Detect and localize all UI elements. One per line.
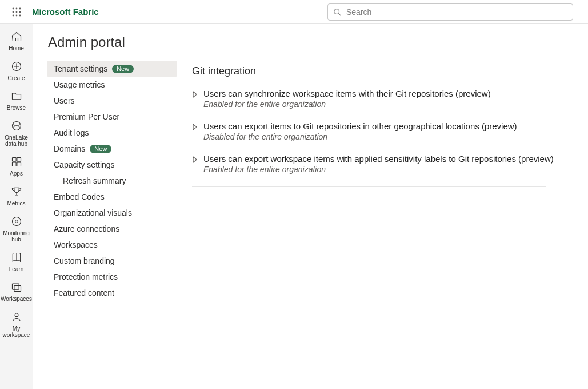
subnav-refresh-summary[interactable]: Refresh summary: [47, 173, 177, 189]
rail-label: OneLake data hub: [0, 134, 33, 147]
rail-item-workspaces[interactable]: Workspaces: [0, 278, 33, 305]
subnav-users[interactable]: Users: [47, 93, 177, 109]
svg-rect-13: [12, 158, 16, 162]
svg-point-0: [13, 7, 14, 9]
svg-point-6: [13, 14, 14, 16]
subnav-label: Custom branding: [54, 256, 115, 265]
subnav-premium-per-user[interactable]: Premium Per User: [47, 109, 177, 125]
subnav-custom-branding[interactable]: Custom branding: [47, 253, 177, 269]
expand-caret-icon[interactable]: [192, 90, 198, 109]
nav-rail: Home Create Browse OneLake data hub Apps: [0, 24, 33, 389]
plus-circle-icon: [11, 61, 22, 73]
svg-point-7: [16, 14, 18, 16]
setting-row: Users can synchronize workspace items wi…: [192, 89, 574, 109]
setting-row: Users can export workspace items with ap…: [192, 154, 574, 174]
folder-icon: [11, 90, 22, 103]
rail-label: Learn: [7, 266, 26, 272]
home-icon: [11, 31, 22, 43]
rail-item-monitoring[interactable]: Monitoring hub: [0, 212, 33, 246]
trophy-icon: [11, 186, 22, 199]
rail-item-onelake[interactable]: OneLake data hub: [0, 117, 33, 150]
monitoring-icon: [11, 216, 22, 228]
top-bar: Microsoft Fabric: [0, 0, 588, 24]
setting-title: Users can export workspace items with ap…: [203, 154, 554, 164]
subnav-label: Audit logs: [54, 128, 89, 137]
subnav-label: Featured content: [54, 288, 114, 297]
svg-rect-15: [12, 162, 16, 166]
new-badge: New: [112, 65, 134, 73]
expand-caret-icon[interactable]: [192, 123, 198, 141]
subnav-workspaces[interactable]: Workspaces: [47, 237, 177, 253]
subnav-capacity-settings[interactable]: Capacity settings: [47, 157, 177, 173]
svg-point-18: [15, 220, 18, 223]
svg-point-21: [15, 313, 18, 317]
svg-point-1: [16, 7, 18, 9]
svg-rect-20: [14, 286, 21, 292]
workspaces-icon: [11, 281, 22, 294]
setting-title: Users can export items to Git repositori…: [203, 121, 517, 131]
setting-title: Users can synchronize workspace items wi…: [203, 89, 491, 98]
apps-icon: [11, 156, 22, 169]
subnav-label: Refresh summary: [63, 176, 126, 185]
search-wrap: [327, 3, 573, 21]
subnav-label: Protection metrics: [54, 272, 118, 281]
settings-panel: Git integration Users can synchronize wo…: [192, 61, 574, 187]
subnav-organizational-visuals[interactable]: Organizational visuals: [47, 205, 177, 221]
subnav-azure-connections[interactable]: Azure connections: [47, 221, 177, 237]
rail-item-apps[interactable]: Apps: [0, 153, 33, 180]
svg-point-3: [13, 11, 14, 13]
subnav-label: Capacity settings: [54, 160, 115, 169]
svg-point-17: [12, 217, 21, 226]
svg-point-2: [19, 7, 21, 9]
search-input[interactable]: [327, 3, 573, 21]
divider: [192, 186, 546, 187]
subnav-domains[interactable]: Domains New: [47, 141, 177, 157]
rail-item-home[interactable]: Home: [0, 27, 33, 55]
app-launcher-icon[interactable]: [7, 2, 26, 22]
setting-status: Enabled for the entire organization: [203, 165, 554, 174]
rail-label: Monitoring hub: [0, 230, 33, 243]
subnav-protection-metrics[interactable]: Protection metrics: [47, 269, 177, 285]
subnav-label: Premium Per User: [54, 112, 119, 121]
rail-label: Browse: [5, 105, 27, 111]
rail-item-browse[interactable]: Browse: [0, 87, 33, 114]
subnav-label: Azure connections: [54, 224, 119, 233]
expand-caret-icon[interactable]: [192, 156, 198, 174]
subnav-label: Embed Codes: [54, 192, 105, 201]
rail-item-metrics[interactable]: Metrics: [0, 182, 33, 210]
svg-rect-19: [12, 284, 19, 289]
subnav-label: Workspaces: [54, 240, 98, 249]
admin-subnav: Tenant settings New Usage metrics Users …: [47, 61, 177, 301]
subnav-label: Tenant settings: [54, 64, 107, 73]
subnav-usage-metrics[interactable]: Usage metrics: [47, 77, 177, 93]
svg-point-8: [19, 14, 21, 16]
subnav-label: Usage metrics: [54, 80, 105, 89]
book-icon: [11, 252, 22, 264]
rail-label: Home: [7, 45, 26, 51]
data-hub-icon: [11, 120, 22, 133]
rail-item-learn[interactable]: Learn: [0, 248, 33, 276]
setting-status: Enabled for the entire organization: [203, 100, 491, 109]
svg-rect-14: [17, 158, 21, 162]
rail-item-create[interactable]: Create: [0, 57, 33, 85]
page-title: Admin portal: [48, 34, 574, 50]
subnav-embed-codes[interactable]: Embed Codes: [47, 189, 177, 205]
subnav-label: Organizational visuals: [54, 208, 132, 217]
rail-label: My workspace: [0, 326, 33, 338]
subnav-featured-content[interactable]: Featured content: [47, 285, 177, 301]
rail-item-my-workspace[interactable]: My workspace: [0, 308, 33, 342]
setting-row: Users can export items to Git repositori…: [192, 121, 574, 141]
rail-label: Workspaces: [0, 296, 34, 302]
subnav-label: Users: [54, 96, 75, 105]
brand-label: Microsoft Fabric: [32, 7, 99, 17]
subnav-tenant-settings[interactable]: Tenant settings New: [47, 61, 177, 77]
svg-point-5: [19, 11, 21, 13]
svg-point-4: [16, 11, 18, 13]
rail-label: Metrics: [5, 200, 27, 207]
person-icon: [11, 311, 22, 324]
svg-rect-16: [17, 162, 21, 166]
subnav-audit-logs[interactable]: Audit logs: [47, 125, 177, 141]
main-content: Admin portal Tenant settings New Usage m…: [33, 24, 588, 389]
subnav-label: Domains: [54, 144, 85, 153]
setting-status: Disabled for the entire organization: [203, 132, 517, 141]
